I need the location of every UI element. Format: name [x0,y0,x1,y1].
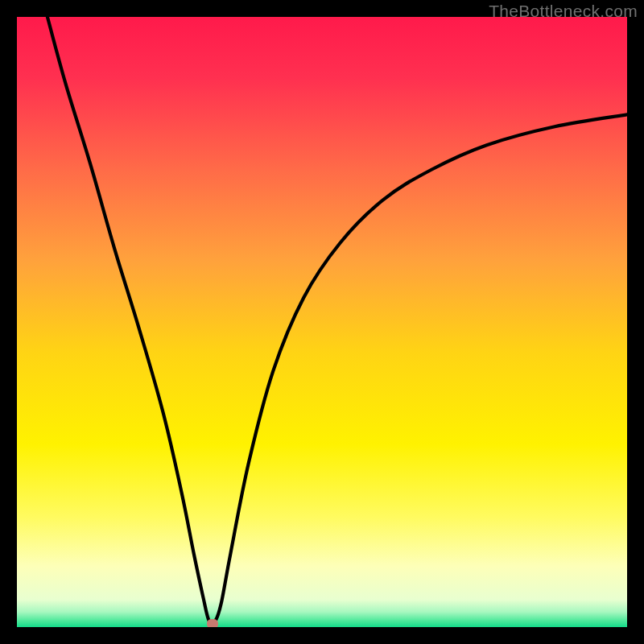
optimal-point-marker [207,619,218,627]
bottleneck-curve [17,17,627,627]
watermark-text: TheBottleneck.com [489,2,638,21]
chart-area [17,17,627,627]
